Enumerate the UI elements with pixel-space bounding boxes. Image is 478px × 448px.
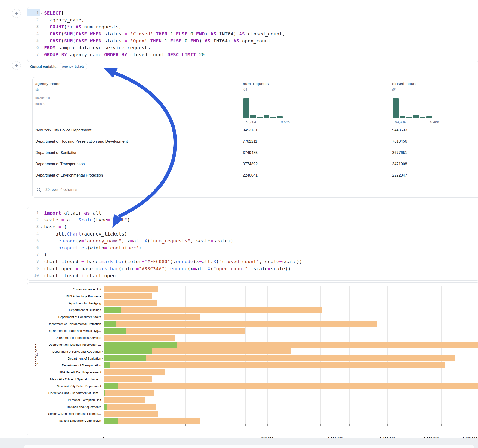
- output-variable-input[interactable]: agency_tickets: [60, 63, 87, 70]
- y-axis-label: Department of Parks and Recreation: [27, 350, 101, 353]
- sql-line[interactable]: 4 CAST(SUM(CASE WHEN status = 'Closed' T…: [27, 31, 478, 37]
- column-header[interactable]: closed_count: [392, 81, 417, 86]
- histogram-bar: [393, 98, 399, 118]
- line-number: 5: [27, 37, 40, 44]
- column-type: i64: [243, 87, 247, 91]
- x-axis-tick: [461, 424, 461, 426]
- line-number: 2: [27, 16, 40, 23]
- y-axis-label: DHS Advantage Programs: [27, 294, 101, 298]
- y-axis-tick: [102, 296, 103, 296]
- python-line[interactable]: 9chart_open = base.mark_bar(color="#8BC3…: [27, 265, 478, 272]
- bar-open-count: [104, 328, 126, 334]
- y-axis-label: New York City Police Department: [27, 384, 101, 388]
- gridline: [349, 286, 350, 424]
- python-code-editor[interactable]: 1import altair as alt2scale = alt.Scale(…: [27, 210, 478, 279]
- sql-line[interactable]: 5 CAST(SUM(CASE WHEN status = 'Open' THE…: [27, 37, 478, 44]
- y-axis-label: Department of Housing Preservation …: [27, 343, 101, 346]
- bar-closed-count: [104, 286, 158, 292]
- x-axis-tick: [220, 424, 220, 426]
- code-text: FROM sample_data.nyc.service_requests: [40, 44, 150, 51]
- gridline: [304, 286, 304, 424]
- histogram-min-label: 53,304: [245, 120, 256, 124]
- bar-open-count: [104, 355, 146, 361]
- sql-line[interactable]: 2 agency_name,: [27, 16, 478, 23]
- cell-closed-count: 2222847: [392, 173, 407, 177]
- python-line[interactable]: 6 .properties(width="container"): [27, 244, 478, 251]
- table-row[interactable]: New York City Police Department945313194…: [33, 125, 478, 136]
- table-row[interactable]: Department of Transportation377489234719…: [33, 159, 478, 170]
- line-number: 7: [27, 51, 40, 58]
- column-histogram: [244, 98, 284, 118]
- column-type: str: [35, 87, 39, 91]
- y-axis-tick: [102, 358, 103, 359]
- line-number: 6: [27, 44, 40, 51]
- next-cell-edge: [24, 445, 474, 448]
- code-text: agency_name,: [40, 16, 84, 23]
- collapse-chevron-icon[interactable]: v: [41, 224, 42, 230]
- sql-line[interactable]: 3 COUNT(*) AS num_requests,: [27, 23, 478, 30]
- sql-line[interactable]: 7GROUP BY agency_name ORDER BY closed_co…: [27, 51, 478, 58]
- table-row[interactable]: Department of Sanitation37494853677651: [33, 147, 478, 159]
- collapse-chevron-icon[interactable]: v: [41, 10, 42, 17]
- bar-closed-count: [104, 411, 158, 417]
- python-line[interactable]: 2scale = alt.Scale(type="sqrt"): [27, 216, 478, 223]
- gridline: [375, 286, 375, 424]
- y-axis-tick: [102, 400, 103, 400]
- python-line[interactable]: 7): [27, 251, 478, 258]
- cell-agency-name: Department of Sanitation: [35, 150, 77, 155]
- histogram-bar: [270, 117, 276, 118]
- python-line[interactable]: 3vbase = (: [27, 223, 478, 230]
- x-axis-tick: [451, 424, 452, 426]
- python-cell[interactable]: 1import altair as alt2scale = alt.Scale(…: [27, 207, 478, 281]
- y-axis-tick: [102, 317, 103, 317]
- column-histogram: [393, 98, 433, 118]
- bar-closed-count: [104, 335, 176, 341]
- histogram-bar: [413, 115, 419, 118]
- y-axis-label: Taxi and Limousine Commission: [27, 419, 101, 423]
- column-header[interactable]: num_requests: [243, 81, 269, 86]
- code-text: .properties(width="container"): [40, 244, 142, 251]
- y-axis-tick: [102, 393, 103, 393]
- gridline: [335, 286, 335, 424]
- bar-closed-count: [104, 369, 165, 375]
- line-number: 7: [27, 251, 40, 258]
- line-number: 8: [27, 258, 40, 265]
- bar-open-count: [104, 293, 104, 299]
- cell-num-requests: 3774892: [243, 162, 258, 166]
- sql-line[interactable]: 6FROM sample_data.nyc.service_requests: [27, 44, 478, 51]
- sql-cell[interactable]: 1vSELECT2 agency_name,3 COUNT(*) AS num_…: [27, 7, 478, 62]
- sql-code-editor[interactable]: 1vSELECT2 agency_name,3 COUNT(*) AS num_…: [27, 9, 478, 58]
- code-text: CAST(SUM(CASE WHEN status = 'Open' THEN …: [40, 37, 271, 44]
- table-row[interactable]: Department of Environmental Protection22…: [33, 170, 478, 181]
- table-row[interactable]: Department of Housing Preservation and D…: [33, 136, 478, 147]
- code-text: .encode(y="agency_name", x=alt.X("num_re…: [40, 237, 233, 244]
- gridline: [267, 286, 268, 424]
- table-footer: 20 rows, 4 columns: [32, 182, 478, 198]
- bar-open-count: [104, 348, 152, 355]
- add-cell-button-top[interactable]: +: [12, 9, 21, 18]
- y-axis-label: Senior Citizen Rent Increase Exempti…: [27, 412, 101, 416]
- gridline: [470, 286, 470, 424]
- gridline: [320, 286, 321, 424]
- gridline: [387, 286, 388, 424]
- python-line[interactable]: 8chart_closed = base.mark_bar(color="#FF…: [27, 258, 478, 265]
- python-line[interactable]: 1import altair as alt: [27, 210, 478, 216]
- line-number: 6: [27, 244, 40, 251]
- previous-cell-edge: [30, 0, 478, 2]
- cell-num-requests: 9453131: [243, 128, 258, 132]
- python-line[interactable]: 4 alt.Chart(agency_tickets): [27, 230, 478, 237]
- y-axis-tick: [102, 331, 103, 331]
- search-icon[interactable]: [36, 187, 41, 192]
- y-axis-label: Operations Unit - Department of Hom…: [27, 391, 101, 395]
- add-cell-button-output[interactable]: +: [12, 61, 21, 70]
- python-line[interactable]: 10chart_closed + chart_open: [27, 272, 478, 279]
- gridline: [220, 286, 220, 424]
- x-axis-tick: [304, 424, 304, 426]
- column-header[interactable]: agency_name: [35, 81, 60, 86]
- y-axis-label: Department of Sanitation: [27, 357, 101, 360]
- y-axis-tick: [102, 386, 103, 386]
- python-line[interactable]: 5 .encode(y="agency_name", x=alt.X("num_…: [27, 237, 478, 244]
- x-axis-tick: [104, 424, 104, 426]
- sql-line[interactable]: 1vSELECT: [27, 9, 478, 16]
- y-axis-tick: [102, 365, 103, 366]
